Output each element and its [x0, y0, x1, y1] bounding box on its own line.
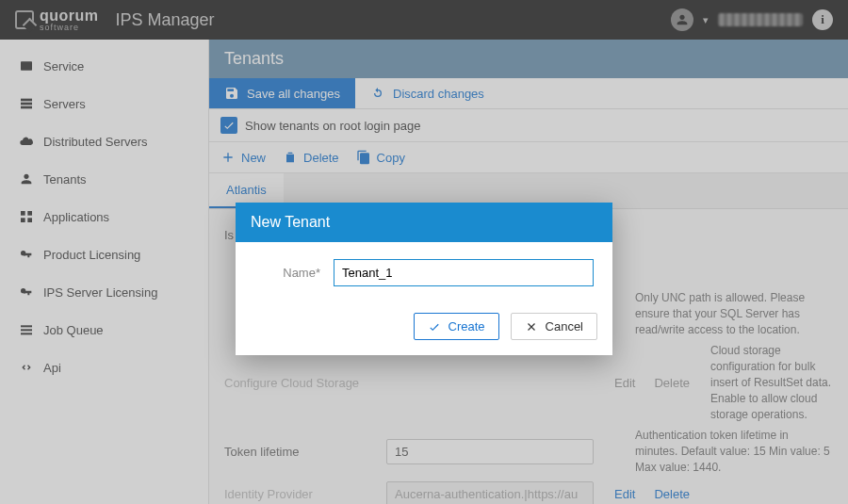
modal-overlay: New Tenant Name* Create Cancel: [0, 0, 848, 504]
modal-create-label: Create: [448, 319, 485, 333]
modal-cancel-button[interactable]: Cancel: [511, 313, 597, 340]
modal-cancel-label: Cancel: [546, 319, 583, 333]
check-icon: [428, 320, 441, 333]
close-icon: [525, 320, 538, 333]
modal-title: New Tenant: [236, 203, 612, 242]
modal-create-button[interactable]: Create: [414, 313, 499, 340]
modal-name-label: Name*: [254, 266, 320, 280]
new-tenant-modal: New Tenant Name* Create Cancel: [236, 203, 612, 355]
modal-name-input[interactable]: [334, 259, 594, 286]
